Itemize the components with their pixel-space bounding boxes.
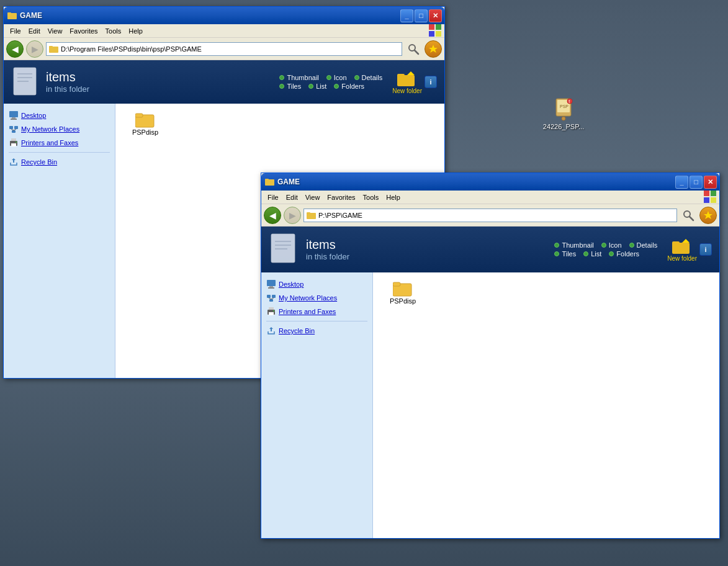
view-icon-2[interactable]: Icon [601,241,622,249]
menu-tools-2[interactable]: Tools [359,192,383,202]
sidebar-item-printers-2[interactable]: Printers and Faxes [261,305,372,318]
psp-file-icon: PSP ! [551,96,576,121]
svg-rect-43 [704,197,709,203]
info-button-1[interactable]: i [425,76,437,88]
view-details-2[interactable]: Details [629,241,658,249]
address-bar-2[interactable]: P:\PSP\GAME [303,209,677,222]
task-header-2: items in this folder Thumbnail Icon Det [261,227,719,272]
sidebar-label-desktop-2: Desktop [279,281,303,288]
maximize-button-1[interactable]: □ [415,9,428,22]
menu-file-2[interactable]: File [264,192,282,202]
minimize-button-1[interactable]: _ [400,9,413,22]
view-row2-1: Tiles List Folders [279,83,382,90]
svg-rect-13 [49,46,53,48]
sidebar-item-recycle-1[interactable]: Recycle Bin [4,155,115,169]
address-bar-1[interactable]: D:\Program Files\PSPdisp\bin\psp\PSP\GAM… [46,42,402,56]
folder-pspdisp-2[interactable]: PSPdisp [378,277,428,307]
close-button-1[interactable]: ✕ [429,9,442,22]
menu-favorites-2[interactable]: Favorites [323,192,359,202]
windows-logo-1 [428,24,442,38]
info-button-2[interactable]: i [699,243,712,256]
folder-icon-pspdisp-2 [393,280,413,297]
svg-rect-41 [704,191,709,196]
radio-folders-1 [334,84,339,89]
svg-rect-23 [397,74,405,78]
view-tiles-2[interactable]: Tiles [554,250,576,258]
titlebar-1: GAME _ □ ✕ [4,7,444,24]
view-list-1[interactable]: List [308,83,326,90]
network-icon-sidebar-1 [9,124,19,134]
new-folder-icon-2 [672,238,692,255]
content-area-2: Desktop My Network Places [261,272,719,538]
minimize-button-2[interactable]: _ [675,176,688,189]
forward-button-1[interactable]: ▶ [26,40,43,58]
svg-rect-44 [711,197,716,203]
sidebar-item-printers-1[interactable]: Printers and Faxes [4,136,115,150]
titlebar-buttons-1: _ □ ✕ [400,9,442,22]
sidebar-item-network-1[interactable]: My Network Places [4,122,115,136]
paper-icon-1 [11,65,41,99]
task-header-info-1: items in this folder [46,70,279,94]
favorites-button-2[interactable] [699,207,717,224]
folder-pspdisp-1[interactable]: PSPdisp [120,109,170,138]
svg-rect-27 [11,119,17,120]
desktop: PSP ! 24226_PSP... GAME _ □ ✕ [0,0,728,566]
menu-edit-2[interactable]: Edit [282,192,302,202]
sidebar-item-desktop-2[interactable]: Desktop [261,277,372,291]
search-button-2[interactable] [680,207,697,224]
search-button-1[interactable] [405,40,422,58]
menu-tools-1[interactable]: Tools [102,26,125,36]
view-thumbnail-2[interactable]: Thumbnail [554,241,593,249]
svg-rect-34 [11,138,16,141]
sidebar-divider-2 [266,321,367,321]
menu-help-1[interactable]: Help [125,26,146,36]
svg-line-48 [690,217,693,220]
desktop-icon-sidebar-1 [9,110,19,120]
svg-line-65 [271,298,274,299]
folder-contents-icon-1 [11,65,41,97]
task-header-1: items in this folder Thumbnail Icon Det [4,60,444,104]
search-icon-1 [407,43,420,55]
svg-marker-49 [704,211,712,219]
sidebar-item-recycle-2[interactable]: Recycle Bin [261,324,372,338]
view-list-2[interactable]: List [583,250,601,258]
desktop-icon-psp[interactable]: PSP ! 24226_PSP... [542,96,585,130]
sidebar-item-network-2[interactable]: My Network Places [261,291,372,305]
radio-thumbnail-2 [554,243,559,248]
menu-file-1[interactable]: File [6,26,25,36]
svg-rect-11 [436,31,441,37]
maximize-button-2[interactable]: □ [690,176,703,189]
menu-view-2[interactable]: View [302,192,324,202]
menu-edit-1[interactable]: Edit [25,26,44,36]
menu-help-2[interactable]: Help [382,192,404,202]
sidebar-1: Desktop My Network Places [4,104,115,378]
forward-button-2[interactable]: ▶ [284,207,301,224]
back-button-1[interactable]: ◀ [6,40,24,58]
view-folders-1[interactable]: Folders [334,83,364,90]
sidebar-item-desktop-1[interactable]: Desktop [4,109,115,122]
svg-rect-29 [14,126,18,129]
back-button-2[interactable]: ◀ [264,207,281,224]
task-header-title-1: items [46,70,279,84]
printer-icon-sidebar-1 [9,138,19,148]
new-folder-button-2[interactable]: New folder [667,238,697,262]
toolbar-1: ◀ ▶ D:\Program Files\PSPdisp\bin\psp\PSP… [4,38,444,60]
svg-rect-60 [268,287,274,289]
view-details-1[interactable]: Details [354,74,383,81]
favorites-button-1[interactable] [425,40,442,58]
menu-favorites-1[interactable]: Favorites [66,26,101,36]
view-tiles-1[interactable]: Tiles [279,83,301,90]
radio-details-2 [629,243,634,248]
svg-rect-58 [267,280,276,286]
view-thumbnail-1[interactable]: Thumbnail [279,74,318,81]
radio-icon-1 [326,75,331,80]
new-folder-button-1[interactable]: New folder [392,70,422,94]
radio-list-1 [308,84,313,89]
svg-rect-62 [272,295,276,298]
close-button-2[interactable]: ✕ [704,176,717,189]
toolbar-2: ◀ ▶ P:\PSP\GAME [261,204,719,227]
menu-view-1[interactable]: View [44,26,66,36]
view-folders-2[interactable]: Folders [609,250,639,258]
view-icon-1[interactable]: Icon [326,74,347,81]
radio-folders-2 [609,251,614,256]
